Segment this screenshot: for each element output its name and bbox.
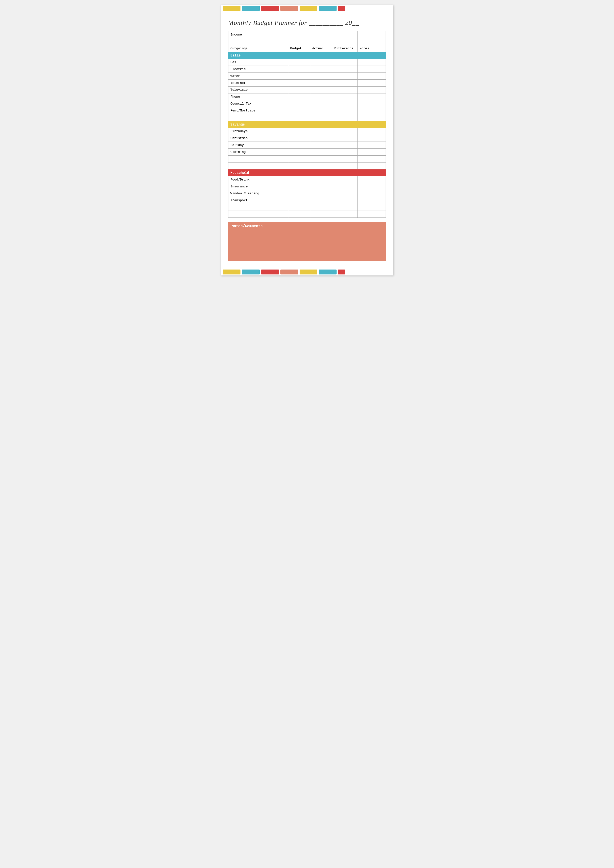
top-color-bar [221, 5, 393, 12]
table-row: Insurance [228, 183, 386, 190]
outgoings-notes-header: Notes [357, 45, 386, 52]
swatch-teal-1 [242, 6, 260, 11]
income-budget [288, 31, 310, 38]
table-row: Phone [228, 93, 386, 100]
swatch-salmon-bottom-1 [281, 269, 298, 274]
swatch-salmon-1 [281, 6, 298, 11]
bottom-color-bar [221, 269, 393, 275]
notes-comments-box: Notes/Comments [228, 222, 386, 261]
table-row: Water [228, 73, 386, 80]
swatch-yellow-bottom-1 [223, 269, 240, 274]
swatch-red-bottom-1 [261, 269, 279, 274]
table-row: Gas [228, 59, 386, 66]
table-row: Electric [228, 66, 386, 73]
table-row: Clothing [228, 149, 386, 156]
swatch-teal-2 [319, 6, 336, 11]
table-row: Birthdays [228, 128, 386, 135]
section-bills-header: Bills [228, 52, 386, 59]
swatch-red-2 [338, 6, 345, 11]
swatch-red-1 [261, 6, 279, 11]
budget-table: Income: Outgoings Budget Actual Differen… [228, 31, 386, 218]
table-row: Holiday [228, 142, 386, 149]
empty-row-1 [228, 38, 386, 45]
empty-row-4 [228, 162, 386, 170]
outgoings-actual-header: Actual [310, 45, 332, 52]
section-household-header: Household [228, 170, 386, 176]
title-text: Monthly Budget Planner for __________ 20… [228, 19, 359, 26]
bills-label: Bills [228, 52, 386, 59]
income-label: Income: [228, 31, 288, 38]
notes-title: Notes/Comments [232, 224, 382, 228]
table-row: Rent/Mortgage [228, 107, 386, 114]
outgoings-header-row: Outgoings Budget Actual Difference Notes [228, 45, 386, 52]
swatch-teal-bottom-1 [242, 269, 260, 274]
swatch-yellow-1 [223, 6, 240, 11]
income-notes [357, 31, 386, 38]
section-savings-header: Savings [228, 121, 386, 128]
table-row: Internet [228, 80, 386, 87]
savings-label: Savings [228, 121, 386, 128]
table-row: Christmas [228, 135, 386, 142]
empty-row-6 [228, 211, 386, 218]
table-row: Council Tax [228, 100, 386, 107]
swatch-teal-bottom-2 [319, 269, 336, 274]
page-content: Monthly Budget Planner for __________ 20… [221, 12, 393, 269]
empty-row-3 [228, 156, 386, 162]
swatch-yellow-2 [299, 6, 317, 11]
household-label: Household [228, 170, 386, 176]
income-row: Income: [228, 31, 386, 38]
swatch-red-bottom-2 [338, 269, 345, 274]
page-title: Monthly Budget Planner for __________ 20… [228, 19, 386, 26]
empty-row-2 [228, 114, 386, 121]
income-diff [332, 31, 357, 38]
table-row: Television [228, 87, 386, 93]
income-actual [310, 31, 332, 38]
table-row: Food/Drink [228, 176, 386, 183]
table-row: Transport [228, 197, 386, 204]
swatch-yellow-bottom-2 [299, 269, 317, 274]
empty-row-5 [228, 204, 386, 211]
outgoings-budget-header: Budget [288, 45, 310, 52]
outgoings-label: Outgoings [228, 45, 288, 52]
table-row: Window Cleaning [228, 190, 386, 197]
page: Monthly Budget Planner for __________ 20… [221, 5, 393, 275]
outgoings-diff-header: Difference [332, 45, 357, 52]
